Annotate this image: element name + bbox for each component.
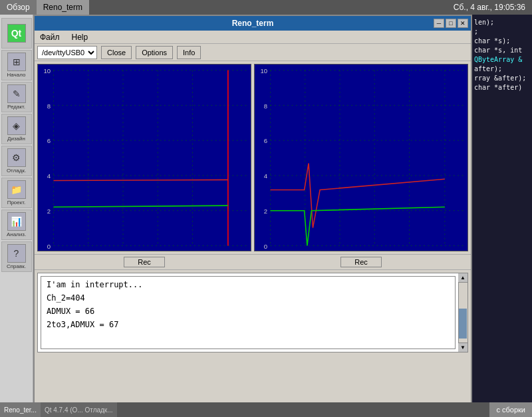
title-bar: Reno_term ─ □ ✕ bbox=[35, 16, 471, 31]
close-button[interactable]: ✕ bbox=[458, 19, 468, 28]
chart-left: 10 8 6 4 2 0 325 330 335 340 345 350 Tim… bbox=[37, 64, 251, 251]
menu-file[interactable]: Файл bbox=[37, 32, 63, 43]
svg-rect-27 bbox=[255, 65, 467, 251]
svg-text:4: 4 bbox=[47, 172, 51, 180]
svg-text:6: 6 bbox=[47, 137, 51, 144]
sidebar-qt-logo[interactable]: Qt bbox=[1, 18, 32, 49]
rec-left-wrap: Rec bbox=[37, 256, 251, 268]
chart-left-svg: 10 8 6 4 2 0 325 330 335 340 345 350 Tim… bbox=[38, 65, 251, 251]
taskbar-datetime: Сб., 4 авг., 19:05:36 bbox=[454, 3, 525, 12]
svg-text:6: 6 bbox=[264, 137, 267, 144]
bottom-taskbar: Reno_ter... Qt 4.7.4 (О... Отладк... с с… bbox=[0, 402, 532, 417]
rec-left-button[interactable]: Rec bbox=[124, 257, 165, 267]
minimize-button[interactable]: ─ bbox=[434, 19, 444, 28]
menu-bar: Файл Help bbox=[35, 31, 471, 44]
scroll-thumb[interactable] bbox=[459, 309, 467, 339]
chart-right-svg: 10 8 6 4 2 0 325 330 335 340 345 350 Tim… bbox=[255, 65, 467, 251]
bottom-right-label: с сборки bbox=[489, 402, 532, 417]
bottom-task-reno[interactable]: Reno_ter... bbox=[0, 402, 41, 417]
sidebar-item-2[interactable]: ◈Дизайн bbox=[1, 114, 32, 144]
bottom-task-qt[interactable]: Qt 4.7.4 (О... Отладк... bbox=[41, 402, 117, 417]
options-button[interactable]: Options bbox=[136, 46, 173, 59]
window-controls: ─ □ ✕ bbox=[434, 19, 468, 28]
code-text: len); ; char *s); char *s, int QByteArra… bbox=[472, 15, 532, 96]
sidebar-item-1[interactable]: ✎Редакт. bbox=[1, 82, 32, 112]
console-line: 2to3,ADMUX = 67 bbox=[47, 320, 450, 329]
svg-text:0: 0 bbox=[264, 243, 267, 250]
rec-right-wrap: Rec bbox=[254, 256, 468, 268]
taskbar: Обзор Reno_term Сб., 4 авг., 19:05:36 bbox=[0, 0, 532, 15]
svg-text:10: 10 bbox=[261, 67, 268, 74]
port-select[interactable]: /dev/ttyUSB0 bbox=[37, 46, 97, 59]
console-line: ADMUX = 66 bbox=[47, 307, 450, 316]
rec-right-button[interactable]: Rec bbox=[340, 257, 382, 267]
close-button-toolbar[interactable]: Close bbox=[101, 46, 132, 59]
svg-text:4: 4 bbox=[264, 172, 268, 180]
sidebar-item-6[interactable]: ?Справк. bbox=[1, 241, 32, 272]
svg-text:10: 10 bbox=[44, 67, 51, 74]
svg-text:2: 2 bbox=[264, 208, 267, 215]
scroll-down-arrow[interactable]: ▼ bbox=[458, 343, 467, 352]
chart-right: 10 8 6 4 2 0 325 330 335 340 345 350 Tim… bbox=[254, 64, 468, 251]
taskbar-reno[interactable]: Reno_term bbox=[37, 0, 89, 15]
svg-text:8: 8 bbox=[47, 102, 51, 110]
restore-button[interactable]: □ bbox=[446, 19, 456, 28]
sidebar-item-3[interactable]: ⚙Отладк. bbox=[1, 146, 32, 176]
code-panel: len); ; char *s); char *s, int QByteArra… bbox=[472, 15, 532, 417]
svg-text:8: 8 bbox=[264, 102, 267, 110]
sidebar-item-5[interactable]: 📊Анализ. bbox=[1, 209, 32, 240]
rec-area: Rec Rec bbox=[35, 254, 471, 270]
window-title: Reno_term bbox=[232, 19, 274, 28]
menu-help[interactable]: Help bbox=[69, 32, 91, 43]
console-output: I'am in interrupt...Ch_2=404ADMUX = 662t… bbox=[41, 276, 456, 349]
console-line: Ch_2=404 bbox=[47, 293, 450, 303]
svg-rect-0 bbox=[38, 65, 251, 251]
sidebar-item-0[interactable]: ⊞Начало bbox=[1, 50, 32, 80]
toolbar: /dev/ttyUSB0 Close Options Info bbox=[35, 44, 471, 61]
main-window: Reno_term ─ □ ✕ Файл Help /dev/ttyUSB0 C… bbox=[33, 15, 472, 407]
svg-text:0: 0 bbox=[47, 243, 51, 250]
taskbar-obzor[interactable]: Обзор bbox=[0, 0, 37, 15]
sidebar: Qt ⊞Начало✎Редакт.◈Дизайн⚙Отладк.📁Проект… bbox=[0, 15, 33, 417]
svg-text:2: 2 bbox=[47, 208, 51, 215]
charts-area: 10 8 6 4 2 0 325 330 335 340 345 350 Tim… bbox=[35, 61, 471, 254]
sidebar-item-4[interactable]: 📁Проект. bbox=[1, 178, 32, 208]
console-container: I'am in interrupt...Ch_2=404ADMUX = 662t… bbox=[37, 273, 468, 352]
scrollbar[interactable]: ▲ ▼ bbox=[458, 273, 467, 352]
scroll-up-arrow[interactable]: ▲ bbox=[458, 273, 467, 283]
info-button[interactable]: Info bbox=[177, 46, 201, 59]
console-line: I'am in interrupt... bbox=[47, 280, 450, 289]
